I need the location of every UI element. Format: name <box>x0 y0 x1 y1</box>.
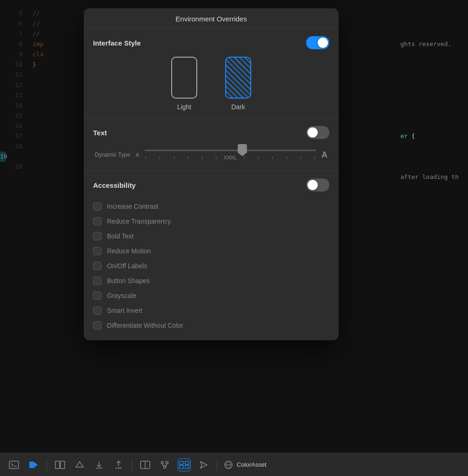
dynamic-type-slider[interactable]: XXXL <box>145 146 316 163</box>
light-option[interactable]: Light <box>171 57 197 111</box>
reduce-transparency-label: Reduce Transparency <box>107 218 171 225</box>
accessibility-toggle[interactable] <box>306 178 329 192</box>
dynamic-type-label: Dynamic Type <box>95 152 130 158</box>
svg-rect-14 <box>180 461 183 464</box>
svg-rect-3 <box>60 461 65 469</box>
columns-icon[interactable] <box>53 458 67 471</box>
popover-arrow <box>205 339 218 340</box>
bold-text-label: Bold Text <box>107 232 134 240</box>
color-asset-text: ColorAsset <box>237 461 267 468</box>
slider-ticks <box>145 155 316 159</box>
environment-overrides-popover: Environment Overrides Interface Style Li… <box>84 8 339 340</box>
separator-1 <box>47 459 47 470</box>
dark-option[interactable]: Dark <box>225 57 251 111</box>
accessibility-label: Accessibility <box>93 181 136 189</box>
light-phone-icon <box>171 57 197 99</box>
onoff-labels-label: On/Off Labels <box>107 262 147 270</box>
globe-icon <box>224 460 233 469</box>
color-asset-label: ColorAsset <box>224 460 267 469</box>
svg-marker-4 <box>76 462 83 467</box>
reduce-motion-checkbox[interactable] <box>93 247 101 255</box>
grayscale-checkbox[interactable] <box>93 291 101 300</box>
interface-options: Light Dark <box>93 57 329 111</box>
bold-text-checkbox[interactable] <box>93 232 101 240</box>
svg-rect-0 <box>9 461 19 469</box>
upload-icon[interactable] <box>112 458 125 471</box>
reduce-transparency-item[interactable]: Reduce Transparency <box>93 214 329 229</box>
console-icon[interactable] <box>7 458 20 471</box>
slider-track <box>145 150 316 151</box>
onoff-labels-checkbox[interactable] <box>93 262 101 270</box>
button-shapes-checkbox[interactable] <box>93 277 101 285</box>
accessibility-toggle-knob <box>308 180 318 190</box>
dark-label: Dark <box>231 103 245 111</box>
button-shapes-label: Button Shapes <box>107 277 150 284</box>
smart-invert-checkbox[interactable] <box>93 306 101 315</box>
interface-style-section: Interface Style Light Dark <box>84 29 339 119</box>
bold-text-item[interactable]: Bold Text <box>93 229 329 244</box>
large-a-label: A <box>321 150 328 160</box>
differentiate-without-color-checkbox[interactable] <box>93 321 101 330</box>
svg-rect-16 <box>180 465 183 469</box>
differentiate-without-color-item[interactable]: Differentiate Without Color <box>93 318 329 333</box>
text-section: Text Dynamic Type A <box>84 119 339 171</box>
reduce-motion-item[interactable]: Reduce Motion <box>93 244 329 258</box>
text-toggle-knob <box>308 127 318 138</box>
accessibility-header: Accessibility <box>93 178 329 192</box>
text-toggle[interactable] <box>306 126 329 139</box>
svg-rect-2 <box>55 461 60 469</box>
increase-contrast-label: Increase Contrast <box>107 203 159 210</box>
smart-invert-item[interactable]: Smart Invert <box>93 303 329 318</box>
grayscale-label: Grayscale <box>107 292 136 299</box>
differentiate-without-color-label: Differentiate Without Color <box>107 322 183 329</box>
text-section-header: Text <box>93 126 329 139</box>
interface-style-label: Interface Style <box>93 39 141 47</box>
grid-icon[interactable] <box>178 458 191 471</box>
navigate-up-icon[interactable] <box>73 458 86 471</box>
svg-marker-18 <box>201 462 207 468</box>
reduce-motion-label: Reduce Motion <box>107 247 151 255</box>
onoff-labels-item[interactable]: On/Off Labels <box>93 258 329 273</box>
toggle-knob <box>318 38 328 48</box>
small-a-label: A <box>136 152 139 158</box>
increase-contrast-checkbox[interactable] <box>93 202 101 211</box>
interface-style-header: Interface Style <box>93 36 329 49</box>
text-section-label: Text <box>93 129 107 137</box>
popover-title: Environment Overrides <box>84 8 339 29</box>
button-shapes-item[interactable]: Button Shapes <box>93 273 329 288</box>
smart-invert-label: Smart Invert <box>107 307 142 314</box>
svg-point-11 <box>161 461 164 463</box>
increase-contrast-item[interactable]: Increase Contrast <box>93 199 329 214</box>
interface-style-toggle[interactable] <box>306 36 329 49</box>
bottom-toolbar: ColorAsset <box>0 453 468 476</box>
svg-point-12 <box>166 461 168 463</box>
fork-icon[interactable] <box>158 458 171 471</box>
grayscale-item[interactable]: Grayscale <box>93 288 329 303</box>
split-view-icon[interactable] <box>139 458 152 471</box>
light-label: Light <box>177 103 191 111</box>
tag-icon[interactable] <box>27 458 40 471</box>
separator-3 <box>217 459 217 470</box>
dark-phone-icon <box>225 57 251 99</box>
svg-rect-15 <box>185 461 189 464</box>
download-icon[interactable] <box>93 458 106 471</box>
accessibility-section: Accessibility Increase Contrast Reduce T… <box>84 171 339 340</box>
send-icon[interactable] <box>197 458 210 471</box>
svg-rect-17 <box>185 465 189 469</box>
reduce-transparency-checkbox[interactable] <box>93 217 101 225</box>
separator-2 <box>132 459 132 470</box>
dynamic-type-row: Dynamic Type A <box>93 146 329 163</box>
